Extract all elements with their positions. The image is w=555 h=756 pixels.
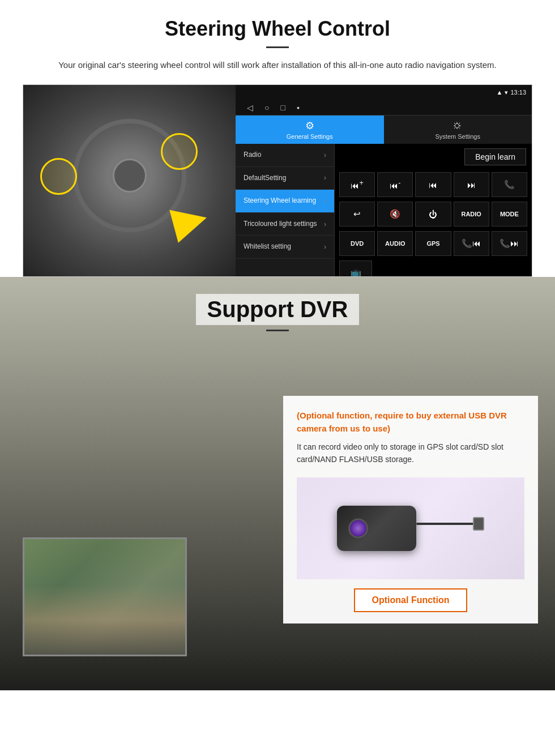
ctrl-radio[interactable]: RADIO: [454, 202, 489, 227]
wifi-icon: ▾: [505, 89, 508, 96]
phone-icon: 📞: [504, 180, 515, 190]
dvr-screenshot-preview: [23, 537, 187, 656]
mute-icon: 🔇: [390, 209, 400, 219]
dvr-background: Support DVR (Optional function, require …: [0, 277, 555, 690]
menu-whitelist-label: Whitelist setting: [244, 242, 291, 251]
ctrl-next[interactable]: ⏭: [454, 172, 489, 197]
arrow-container: [173, 205, 219, 239]
vol-up-icon: ⏮+: [351, 179, 363, 190]
dvr-divider: [266, 330, 289, 331]
gear-icon: ⚙: [305, 119, 314, 132]
menu-item-whitelist[interactable]: Whitelist setting ›: [236, 236, 334, 259]
android-statusbar: ▲ ▾ 13:13: [236, 85, 532, 100]
highlight-left: [40, 158, 77, 195]
ctrl-gps[interactable]: GPS: [415, 231, 451, 256]
ctrl-audio[interactable]: AUDIO: [377, 231, 413, 256]
steering-title: Steering Wheel Control: [23, 17, 532, 41]
tab-system-label: System Settings: [436, 133, 480, 140]
menu-radio-label: Radio: [244, 151, 261, 160]
time-display: 13:13: [510, 89, 526, 96]
power-icon: ⏻: [429, 210, 437, 219]
menu-tricolour-label: Tricoloured light settings: [244, 220, 317, 229]
radio-label: RADIO: [461, 211, 481, 217]
tv-icon: 📺: [351, 268, 361, 276]
menu-item-radio[interactable]: Radio ›: [236, 144, 334, 167]
steering-subtitle: Your original car's steering wheel contr…: [23, 58, 532, 72]
menu-item-default[interactable]: DefaultSetting ›: [236, 167, 334, 190]
steering-section: Steering Wheel Control Your original car…: [0, 0, 555, 277]
system-icon: ⛭: [452, 120, 463, 132]
ctrl-tv[interactable]: 📺: [339, 260, 372, 276]
menu-arrow-whitelist: ›: [324, 243, 326, 251]
ctrl-phone[interactable]: 📞: [492, 172, 527, 197]
home-nav-icon[interactable]: ○: [264, 103, 269, 112]
menu-arrow-default: ›: [324, 174, 326, 182]
begin-learn-button[interactable]: Begin learn: [464, 148, 526, 165]
android-nav: ◁ ○ □ ▪: [236, 100, 532, 116]
prev-icon: ⏮: [429, 180, 437, 190]
wheel-hub: [113, 159, 147, 193]
steering-photo: [23, 85, 236, 277]
phone-next-icon: 📞⏭: [500, 238, 519, 249]
ctrl-mode[interactable]: MODE: [492, 202, 527, 227]
dvr-usb-cable: [416, 511, 484, 545]
menu-steering-label: Steering Wheel learning: [244, 197, 316, 206]
dvr-screenshot-inner: [24, 539, 185, 655]
dvr-title-area: Support DVR: [0, 277, 555, 337]
menu-item-tricolour[interactable]: Tricoloured light settings ›: [236, 213, 334, 236]
steering-bg: [23, 85, 236, 277]
gps-label: GPS: [426, 240, 439, 247]
android-tabs: ⚙ General Settings ⛭ System Settings: [236, 116, 532, 144]
next-icon: ⏭: [467, 180, 476, 190]
phone-prev-icon: 📞⏮: [462, 238, 481, 249]
ctrl-vol-up[interactable]: ⏮+: [339, 172, 375, 197]
status-icons: ▲ ▾ 13:13: [497, 89, 526, 96]
ctrl-prev[interactable]: ⏮: [415, 172, 451, 197]
ctrl-mute[interactable]: 🔇: [377, 202, 413, 227]
dvr-camera-image: [297, 477, 524, 579]
mode-label: MODE: [500, 211, 519, 217]
dvr-title: Support DVR: [196, 294, 360, 325]
dvr-device: [337, 506, 484, 551]
ctrl-back[interactable]: ↩: [339, 202, 375, 227]
menu-arrow-tricolour: ›: [324, 220, 326, 228]
begin-learn-row: Begin learn: [335, 144, 532, 170]
cable-line: [416, 523, 479, 525]
vol-down-icon: ⏮-: [390, 179, 400, 190]
android-panel: ▲ ▾ 13:13 ◁ ○ □ ▪ ⚙ General Settings ⛭: [236, 85, 532, 276]
steering-demo: ▲ ▾ 13:13 ◁ ○ □ ▪ ⚙ General Settings ⛭: [23, 84, 532, 277]
dvr-info-card: (Optional function, require to buy exter…: [283, 396, 538, 623]
optional-function-button[interactable]: Optional Function: [354, 588, 468, 612]
yellow-arrow: [169, 201, 211, 242]
recent-nav-icon[interactable]: □: [280, 103, 285, 112]
dvr-optional-text: (Optional function, require to buy exter…: [297, 409, 524, 435]
ctrl-power[interactable]: ⏻: [415, 202, 451, 227]
usb-head: [473, 517, 484, 531]
dvd-label: DVD: [351, 240, 364, 247]
control-grid-row4: 📺: [335, 258, 532, 276]
signal-icon: ▲: [497, 89, 503, 96]
menu-item-steering[interactable]: Steering Wheel learning ›: [236, 190, 334, 213]
menu-default-label: DefaultSetting: [244, 174, 286, 183]
control-panel: Begin learn ⏮+ ⏮- ⏮ ⏭ 📞 ↩ 🔇 ⏻: [335, 144, 532, 276]
control-grid-row2: ↩ 🔇 ⏻ RADIO MODE: [335, 199, 532, 229]
dvr-section: Support DVR (Optional function, require …: [0, 277, 555, 690]
control-grid-row1: ⏮+ ⏮- ⏮ ⏭ 📞: [335, 170, 532, 199]
dvr-desc-text: It can record video only to storage in G…: [297, 441, 524, 466]
menu-list: Radio › DefaultSetting › Steering Wheel …: [236, 144, 335, 276]
android-content: Radio › DefaultSetting › Steering Wheel …: [236, 144, 532, 276]
menu-arrow-steering: ›: [324, 197, 326, 205]
back-nav-icon[interactable]: ◁: [247, 103, 253, 112]
menu-nav-icon[interactable]: ▪: [297, 103, 300, 112]
back-icon: ↩: [353, 209, 361, 219]
tab-general-label: General Settings: [287, 133, 333, 140]
title-divider: [266, 46, 289, 48]
tab-system-settings[interactable]: ⛭ System Settings: [384, 116, 532, 144]
audio-label: AUDIO: [385, 240, 405, 247]
ctrl-dvd[interactable]: DVD: [339, 231, 375, 256]
ctrl-phone-prev[interactable]: 📞⏮: [454, 231, 489, 256]
ctrl-vol-down[interactable]: ⏮-: [377, 172, 413, 197]
dvr-body: [337, 506, 416, 551]
ctrl-phone-next[interactable]: 📞⏭: [492, 231, 527, 256]
tab-general-settings[interactable]: ⚙ General Settings: [236, 116, 384, 144]
